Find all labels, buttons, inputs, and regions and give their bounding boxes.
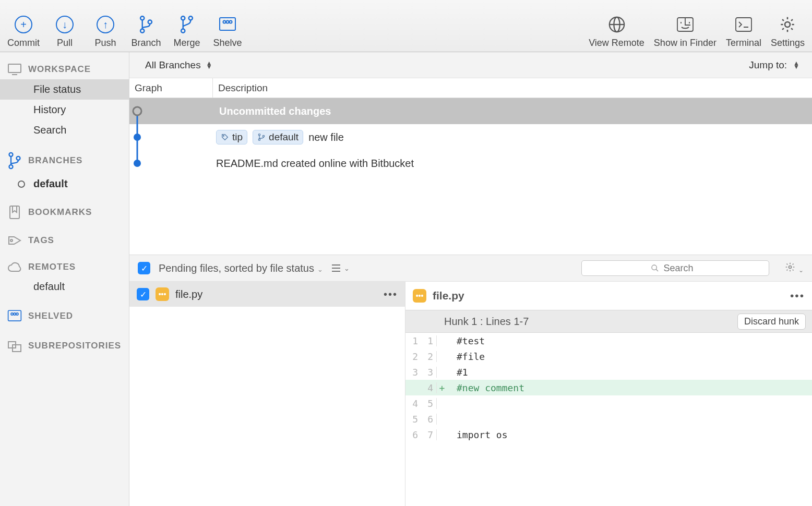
sidebar-item-history[interactable]: History	[0, 100, 129, 120]
shelve-button[interactable]: Shelve	[212, 16, 243, 49]
stage-file-checkbox[interactable]: ✓	[137, 288, 149, 300]
svg-point-4	[181, 29, 185, 33]
sidebar-item-search[interactable]: Search	[0, 120, 129, 140]
file-name: file.py	[175, 288, 202, 300]
gear-icon	[779, 16, 796, 33]
svg-point-19	[9, 165, 13, 168]
search-icon	[651, 264, 659, 272]
diff-line[interactable]: 4+#new comment	[405, 380, 812, 395]
jump-to-dropdown[interactable]: Jump to: ▲▼	[736, 59, 812, 71]
file-status-toolbar: ✓ Pending files, sorted by file status ⌄…	[129, 255, 812, 282]
down-icon: ↓	[56, 16, 74, 33]
svg-point-0	[140, 16, 144, 20]
view-remote-button[interactable]: View Remote	[589, 16, 644, 49]
cloud-icon	[7, 262, 22, 272]
sidebar-section-remotes[interactable]: REMOTES	[0, 258, 129, 276]
current-branch-indicator-icon	[18, 180, 25, 188]
file-status-icon: •••	[156, 287, 169, 301]
file-row[interactable]: ✓ ••• file.py •••	[129, 282, 405, 307]
sidebar-item-file-status[interactable]: File status	[0, 79, 129, 100]
svg-line-41	[656, 269, 658, 271]
show-in-finder-button[interactable]: Show in Finder	[654, 16, 717, 49]
diff-line[interactable]: 11#test	[405, 333, 812, 348]
column-header-description: Description	[213, 82, 268, 94]
branch-button[interactable]: Branch	[130, 16, 162, 49]
commit-row-uncommitted[interactable]: Uncommitted changes	[129, 98, 812, 124]
svg-point-42	[789, 266, 792, 268]
hunk-label: Hunk 1 : Lines 1-7	[444, 316, 529, 328]
sidebar-section-workspace[interactable]: WORKSPACE	[0, 59, 129, 79]
file-search-input[interactable]	[663, 263, 700, 274]
pull-button[interactable]: ↓Pull	[49, 16, 80, 49]
subrepo-icon	[7, 340, 22, 352]
svg-point-25	[14, 313, 16, 315]
svg-point-1	[140, 29, 144, 33]
svg-rect-14	[736, 18, 751, 31]
svg-point-3	[181, 16, 185, 20]
file-status-settings[interactable]: ⌄	[785, 262, 804, 275]
file-actions-menu[interactable]: •••	[384, 288, 398, 300]
stage-all-checkbox[interactable]: ✓	[138, 262, 150, 274]
svg-rect-21	[10, 206, 19, 219]
sidebar-item-default[interactable]: default	[0, 174, 129, 194]
svg-rect-16	[8, 64, 21, 73]
commit-description: new file	[308, 131, 344, 143]
svg-point-34	[258, 134, 260, 136]
discard-hunk-button[interactable]: Discard hunk	[737, 314, 806, 330]
svg-point-33	[223, 135, 224, 136]
diff-pane: ••• file.py ••• Hunk 1 : Lines 1-7 Disca…	[405, 282, 812, 506]
pending-file-list: ✓ ••• file.py •••	[129, 282, 405, 506]
terminal-icon	[735, 16, 753, 33]
sidebar-item-default[interactable]: default	[0, 276, 129, 297]
terminal-button[interactable]: Terminal	[726, 16, 761, 49]
badge-tip: tip	[216, 130, 247, 144]
column-header-graph: Graph	[129, 78, 213, 98]
file-sort-dropdown[interactable]: Pending files, sorted by file status ⌄	[159, 262, 323, 274]
hunk-header: Hunk 1 : Lines 1-7 Discard hunk	[405, 310, 812, 333]
svg-point-15	[785, 22, 791, 27]
diff-line[interactable]: 67import os	[405, 427, 812, 442]
diff-code: 11#test22#file33#14+#new comment455667im…	[405, 333, 812, 442]
sidebar-section-bookmarks[interactable]: BOOKMARKS	[0, 201, 129, 223]
file-search[interactable]	[581, 260, 769, 276]
diff-line[interactable]: 22#file	[405, 348, 812, 364]
commit-description: README.md created online with Bitbucket	[216, 158, 414, 170]
jump-to-label: Jump to:	[749, 59, 787, 71]
diff-line[interactable]: 56	[405, 411, 812, 427]
sidebar-section-shelved[interactable]: SHELVED	[0, 304, 129, 328]
svg-point-7	[223, 21, 226, 23]
svg-point-40	[652, 265, 656, 270]
shelve-icon	[219, 16, 236, 33]
settings-button[interactable]: Settings	[771, 16, 805, 49]
sidebar-section-subrepositories[interactable]: SUBREPOSITORIES	[0, 335, 129, 356]
history-filter-bar: All Branches ▲▼ Jump to: ▲▼	[129, 52, 812, 78]
commit-button[interactable]: +Commit	[7, 16, 40, 49]
diff-line[interactable]: 33#1	[405, 364, 812, 380]
diff-actions-menu[interactable]: •••	[790, 290, 805, 302]
sidebar-section-tags[interactable]: TAGS	[0, 231, 129, 250]
commit-row[interactable]: README.md created online with Bitbucket	[129, 150, 812, 176]
svg-point-2	[148, 20, 152, 24]
tag-icon	[7, 235, 22, 246]
merge-button[interactable]: Merge	[171, 16, 202, 49]
svg-point-35	[258, 139, 260, 140]
sidebar-section-branches[interactable]: BRANCHES	[0, 148, 129, 174]
commit-list: Uncommitted changes tip default new file…	[129, 98, 812, 255]
push-button[interactable]: ↑Push	[90, 16, 121, 49]
plus-icon: +	[15, 16, 32, 33]
svg-rect-6	[220, 18, 235, 30]
shelve-icon	[7, 308, 22, 324]
merge-icon	[178, 16, 196, 33]
view-mode-dropdown[interactable]: ⌄	[331, 264, 350, 272]
branch-filter-dropdown[interactable]: All Branches ▲▼	[129, 59, 222, 71]
finder-icon	[676, 16, 694, 33]
badge-default-branch: default	[253, 130, 303, 144]
sidebar: WORKSPACEFile statusHistorySearchBRANCHE…	[0, 52, 129, 506]
commit-row[interactable]: tip default new file	[129, 124, 812, 150]
monitor-icon	[7, 64, 22, 75]
file-status-icon: •••	[413, 289, 426, 303]
diff-file-name: file.py	[433, 290, 464, 302]
branch-filter-label: All Branches	[145, 59, 201, 71]
svg-point-26	[16, 313, 18, 315]
diff-line[interactable]: 45	[405, 395, 812, 411]
